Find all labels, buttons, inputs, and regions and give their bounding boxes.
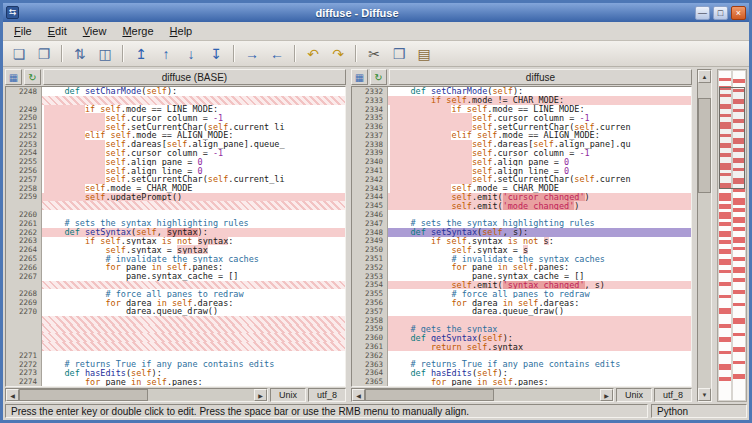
code-line[interactable] — [6, 325, 345, 334]
h-scrollbar-left[interactable]: ◀ ▶ — [5, 388, 268, 402]
scroll-down-icon[interactable]: ▼ — [698, 388, 711, 401]
code-line[interactable]: 2351 # invalidate the syntax caches — [352, 254, 691, 263]
code-line[interactable] — [6, 342, 345, 351]
code-line[interactable]: 2335 self.cursor_column = -1 — [352, 113, 691, 122]
code-line[interactable]: 2346 — [352, 210, 691, 219]
code-line[interactable]: 2267 pane.syntax_cache = [] — [6, 272, 345, 281]
code-line[interactable]: 2336 self.setCurrentChar(self.curren — [352, 122, 691, 131]
code-line[interactable]: 2344 self.emit('cursor_changed') — [352, 193, 691, 202]
redo-button[interactable]: ↷ — [326, 43, 350, 65]
scroll-right-icon[interactable]: ▶ — [254, 389, 267, 401]
code-lines-1[interactable]: 2332 def setCharMode(self):2333 if self.… — [351, 86, 692, 387]
code-line[interactable]: 2345 self.emit('mode_changed') — [352, 201, 691, 210]
code-line[interactable]: 2357 darea.queue_draw() — [352, 307, 691, 316]
menu-file[interactable]: File — [6, 23, 40, 39]
h-scrollbar-slider[interactable] — [19, 389, 148, 401]
code-line[interactable]: 2259 self.updatePrompt() — [6, 193, 345, 202]
menu-help[interactable]: Help — [162, 23, 201, 39]
isolate-button[interactable]: ◫ — [93, 43, 117, 65]
menu-edit[interactable]: Edit — [40, 23, 75, 39]
scroll-up-icon[interactable]: ▲ — [698, 70, 711, 83]
titlebar[interactable]: ⇆ diffuse - Diffuse — □ × — [3, 3, 749, 22]
v-scrollbar-slider[interactable] — [698, 98, 711, 193]
code-line[interactable]: 2271 — [6, 351, 345, 360]
code-line[interactable]: 2364 def hasEdits(self): — [352, 369, 691, 378]
pane-save-button[interactable]: ▦ — [5, 69, 22, 85]
last-difference-button[interactable]: ↧ — [204, 43, 228, 65]
new-2way-file-merge-button[interactable]: ❏ — [7, 43, 31, 65]
code-line[interactable]: 2252 elif self.mode == ALIGN_MODE: — [6, 131, 345, 140]
code-line[interactable]: 2353 pane.syntax_cache = [] — [352, 272, 691, 281]
code-line[interactable]: 2341 self.align_line = 0 — [352, 166, 691, 175]
menu-view[interactable]: View — [75, 23, 115, 39]
maximize-button[interactable]: □ — [713, 6, 728, 20]
pane-save-button[interactable]: ▦ — [351, 69, 368, 85]
code-line[interactable]: 2349 if self.syntax is not s: — [352, 237, 691, 246]
previous-difference-button[interactable]: ↑ — [154, 43, 178, 65]
code-line[interactable] — [6, 201, 345, 210]
code-line[interactable]: 2337 elif self.mode == ALIGN_MODE: — [352, 131, 691, 140]
cut-button[interactable]: ✂ — [362, 43, 386, 65]
copy-selection-left-button[interactable]: ← — [265, 43, 289, 65]
code-line[interactable]: 2356 for darea in self.dareas: — [352, 298, 691, 307]
code-line[interactable]: 2253 self.dareas[self.align_pane].queue_ — [6, 140, 345, 149]
code-line[interactable]: 2250 self.cursor_column = -1 — [6, 113, 345, 122]
code-line[interactable]: 2359 # gets the syntax — [352, 325, 691, 334]
first-difference-button[interactable]: ↥ — [129, 43, 153, 65]
menu-merge[interactable]: Merge — [114, 23, 161, 39]
code-line[interactable]: 2254 self.cursor_column = -1 — [6, 149, 345, 158]
code-line[interactable]: 2355 # force all panes to redraw — [352, 289, 691, 298]
code-line[interactable]: 2360 def getSyntax(self): — [352, 333, 691, 342]
code-line[interactable]: 2272 # returns True if any pane contains… — [6, 360, 345, 369]
code-line[interactable]: 2350 self.syntax = s — [352, 245, 691, 254]
code-line[interactable] — [6, 96, 345, 105]
code-line[interactable]: 2334 if self.mode == LINE_MODE: — [352, 105, 691, 114]
code-line[interactable]: 2273 def hasEdits(self): — [6, 369, 345, 378]
code-lines-0[interactable]: 2248 def setCharMode(self):2249 if self.… — [5, 86, 346, 387]
h-scrollbar-slider[interactable] — [365, 389, 494, 401]
code-line[interactable]: 2257 self.setCurrentChar(self.current_li — [6, 175, 345, 184]
minimize-button[interactable]: — — [695, 6, 710, 20]
code-line[interactable]: 2342 self.setCurrentChar(self.curren — [352, 175, 691, 184]
h-scrollbar-right[interactable]: ◀ ▶ — [351, 388, 614, 402]
scroll-right-icon[interactable]: ▶ — [600, 389, 613, 401]
code-line[interactable]: 2347 # sets the syntax highlighting rule… — [352, 219, 691, 228]
code-line[interactable]: 2338 self.dareas[self.align_pane].qu — [352, 140, 691, 149]
code-line[interactable]: 2274 for pane in self.panes: — [6, 377, 345, 386]
pane-reload-button[interactable]: ↻ — [370, 69, 387, 85]
code-line[interactable]: 2339 self.cursor_column = -1 — [352, 149, 691, 158]
code-line[interactable]: 2362 — [352, 351, 691, 360]
copy-button[interactable]: ❒ — [387, 43, 411, 65]
code-line[interactable] — [6, 333, 345, 342]
code-line[interactable]: 2332 def setCharMode(self): — [352, 87, 691, 96]
h-scrollbar-trough[interactable] — [365, 389, 600, 401]
code-line[interactable]: 2262 def setSyntax(self, syntax): — [6, 228, 345, 237]
scroll-left-icon[interactable]: ◀ — [6, 389, 19, 401]
code-line[interactable]: 2255 self.align_pane = 0 — [6, 157, 345, 166]
code-line[interactable]: 2261 # sets the syntax highlighting rule… — [6, 219, 345, 228]
v-scrollbar[interactable]: ▲ ▼ — [697, 69, 712, 402]
code-line[interactable]: 2266 for pane in self.panes: — [6, 263, 345, 272]
code-line[interactable]: 2358 — [352, 316, 691, 325]
undo-button[interactable]: ↶ — [301, 43, 325, 65]
code-line[interactable] — [6, 281, 345, 290]
code-line[interactable]: 2265 # invalidate the syntax caches — [6, 254, 345, 263]
code-line[interactable]: 2248 def setCharMode(self): — [6, 87, 345, 96]
close-button[interactable]: × — [731, 6, 746, 20]
code-line[interactable]: 2363 # returns True if any pane contains… — [352, 360, 691, 369]
code-line[interactable]: 2348 def setSyntax(self, s): — [352, 228, 691, 237]
code-line[interactable] — [6, 316, 345, 325]
new-3way-file-merge-button[interactable]: ❐ — [32, 43, 56, 65]
code-line[interactable]: 2270 darea.queue_draw() — [6, 307, 345, 316]
code-line[interactable]: 2343 self.mode = CHAR_MODE — [352, 184, 691, 193]
h-scrollbar-trough[interactable] — [19, 389, 254, 401]
code-line[interactable]: 2258 self.mode = CHAR_MODE — [6, 184, 345, 193]
code-line[interactable]: 2249 if self.mode == LINE_MODE: — [6, 105, 345, 114]
code-line[interactable]: 2333 if self.mode != CHAR_MODE: — [352, 96, 691, 105]
realign-all-button[interactable]: ⇅ — [68, 43, 92, 65]
code-line[interactable]: 2264 self.syntax = syntax — [6, 245, 345, 254]
paste-button[interactable]: ▤ — [412, 43, 436, 65]
code-line[interactable]: 2268 # force all panes to redraw — [6, 289, 345, 298]
next-difference-button[interactable]: ↓ — [179, 43, 203, 65]
code-line[interactable]: 2340 self.align_pane = 0 — [352, 157, 691, 166]
